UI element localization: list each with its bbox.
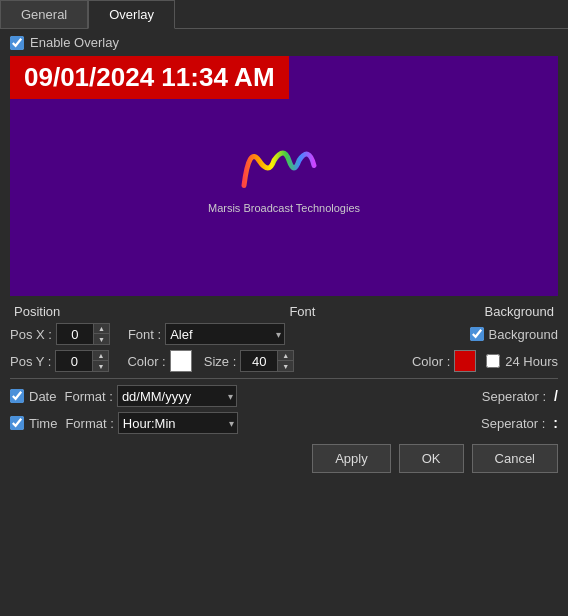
size-input[interactable] [241,351,277,371]
cancel-button[interactable]: Cancel [472,444,558,473]
date-sep-value: / [554,388,558,404]
bg-checkbox-row: Background [470,327,558,342]
logo-text: Marsis Broadcast Technologies [208,202,360,214]
enable-overlay-checkbox[interactable] [10,36,24,50]
tab-overlay[interactable]: Overlay [88,0,175,29]
pos-x-up[interactable]: ▲ [93,324,109,334]
pos-y-down[interactable]: ▼ [92,361,108,371]
pos-y-spinbox[interactable]: ▲ ▼ [55,350,109,372]
bg-color-swatch[interactable] [454,350,476,372]
time-sep-value: : [553,415,558,431]
preview-area: 09/01/2024 11:34 AM Marsis Broadcast Tec… [10,56,558,296]
date-sep-label: Seperator : [482,389,546,404]
size-spinbox[interactable]: ▲ ▼ [240,350,294,372]
font-dropdown-wrap: Alef Arial Courier [165,323,285,345]
row-2: Pos Y : ▲ ▼ Color : Size : ▲ ▼ Color : [10,350,558,372]
time-checkbox[interactable] [10,416,24,430]
date-checkbox-row: Date [10,389,56,404]
section-headers: Position Font Background [10,304,558,319]
font-label: Font : [128,327,161,342]
pos-x-arrows: ▲ ▼ [93,324,109,344]
position-header: Position [14,304,60,319]
24h-checkbox-row: 24 Hours [486,354,558,369]
time-format-wrap: Hour:Min Hour:Min:Sec [118,412,238,434]
ok-button[interactable]: OK [399,444,464,473]
size-down[interactable]: ▼ [277,361,293,371]
overlay-timestamp: 09/01/2024 11:34 AM [10,56,289,99]
font-color-swatch[interactable] [170,350,192,372]
font-select[interactable]: Alef Arial Courier [165,323,285,345]
font-color-label: Color : [127,354,165,369]
time-row: Time Format : Hour:Min Hour:Min:Sec Sepe… [10,412,558,434]
bg-label: Background [489,327,558,342]
size-up[interactable]: ▲ [277,351,293,361]
date-checkbox[interactable] [10,389,24,403]
date-row: Date Format : dd/MM/yyyy MM/dd/yyyy yyyy… [10,385,558,407]
date-label: Date [29,389,56,404]
enable-overlay-row: Enable Overlay [0,29,568,56]
apply-button[interactable]: Apply [312,444,391,473]
pos-x-spinbox[interactable]: ▲ ▼ [56,323,110,345]
date-format-select[interactable]: dd/MM/yyyy MM/dd/yyyy yyyy/MM/dd [117,385,237,407]
logo-area: Marsis Broadcast Technologies [208,138,360,214]
tab-general[interactable]: General [0,0,88,28]
pos-x-label: Pos X : [10,327,52,342]
date-format-label: Format : [64,389,112,404]
date-format-wrap: dd/MM/yyyy MM/dd/yyyy yyyy/MM/dd [117,385,237,407]
pos-y-up[interactable]: ▲ [92,351,108,361]
size-arrows: ▲ ▼ [277,351,293,371]
row-1: Pos X : ▲ ▼ Font : Alef Arial Courier Ba… [10,323,558,345]
bg-checkbox[interactable] [470,327,484,341]
time-sep-label: Seperator : [481,416,545,431]
tab-bar: General Overlay [0,0,568,29]
pos-x-input[interactable] [57,324,93,344]
time-format-select[interactable]: Hour:Min Hour:Min:Sec [118,412,238,434]
pos-y-arrows: ▲ ▼ [92,351,108,371]
time-label: Time [29,416,57,431]
size-label: Size : [204,354,237,369]
pos-y-label: Pos Y : [10,354,51,369]
bg-header: Background [485,304,554,319]
button-row: Apply OK Cancel [10,444,558,473]
24h-label: 24 Hours [505,354,558,369]
pos-y-input[interactable] [56,351,92,371]
bg-color-label: Color : [412,354,450,369]
24h-checkbox[interactable] [486,354,500,368]
divider1 [10,378,558,379]
pos-x-down[interactable]: ▼ [93,334,109,344]
logo-svg [234,138,334,198]
time-format-label: Format : [65,416,113,431]
enable-overlay-label: Enable Overlay [30,35,119,50]
settings-panel: Position Font Background Pos X : ▲ ▼ Fon… [10,304,558,434]
font-header: Font [289,304,315,319]
time-checkbox-row: Time [10,416,57,431]
